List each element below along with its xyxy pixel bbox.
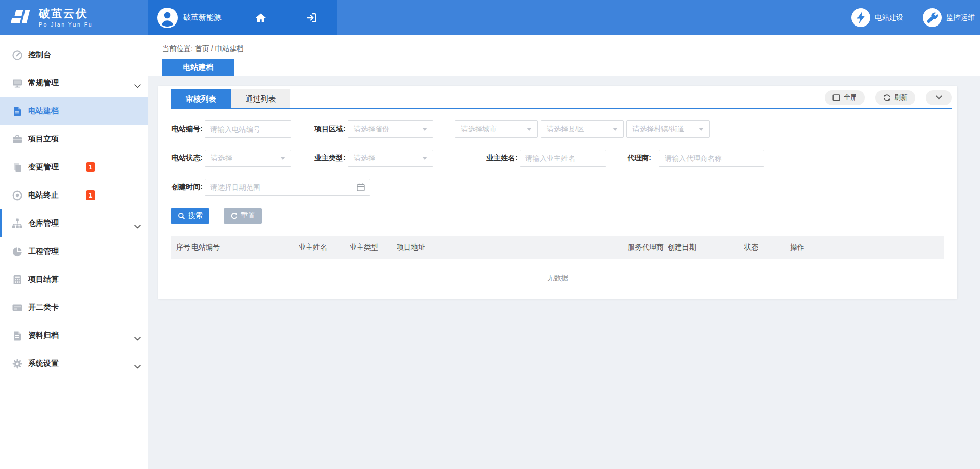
header-cell-seq: 序号 [176, 243, 191, 252]
city-select[interactable]: 请选择城市 [455, 120, 538, 138]
filter-form: 电站编号: 项目区域: 请选择省份请选择城市请选择县/区请选择村镇/街道 电站状… [158, 109, 957, 196]
fullscreen-button[interactable]: 全屏 [825, 90, 865, 105]
sidebar-item-warehouse-management[interactable]: 仓库管理 [0, 209, 148, 237]
sidebar: 控制台常规管理电站建档项目立项变更管理1电站终止1仓库管理工程管理项目结算开二类… [0, 35, 148, 469]
header-cell-owner-type: 业主类型 [350, 243, 397, 252]
sidebar-item-label: 系统设置 [28, 359, 59, 368]
pie-chart-icon [11, 245, 23, 258]
user-block: 破茧新能源 [148, 0, 337, 35]
main-content: 当前位置: 首页 / 电站建档 电站建档 审核列表 通过列表 全屏 [148, 35, 980, 469]
dashboard-icon [11, 49, 23, 61]
sidebar-item-open-type2-card[interactable]: 开二类卡 [0, 293, 148, 322]
station-filing-panel: 审核列表 通过列表 全屏 [158, 86, 957, 299]
province-select[interactable]: 请选择省份 [348, 120, 433, 138]
tabs-underline [171, 108, 952, 109]
station-no-input[interactable] [205, 120, 291, 138]
sidebar-item-station-filing[interactable]: 电站建档 [0, 97, 148, 125]
caret-down-icon [612, 128, 618, 131]
sidebar-item-label: 控制台 [28, 50, 51, 60]
page-tab-station-filing[interactable]: 电站建档 [162, 59, 234, 76]
district-select[interactable]: 请选择县/区 [541, 120, 624, 138]
archive-icon [11, 330, 23, 342]
sidebar-item-label: 电站建档 [28, 106, 59, 116]
station-build-nav[interactable]: 电站建设 [851, 8, 903, 27]
chevron-down-icon [134, 221, 141, 226]
sidebar-item-label: 开二类卡 [28, 303, 59, 312]
home-icon [255, 12, 267, 24]
target-icon [11, 189, 23, 202]
chevron-down-icon [936, 95, 942, 100]
header-cell-owner-name: 业主姓名 [299, 243, 350, 252]
reset-icon [230, 212, 238, 220]
create-time-label: 创建时间: [171, 183, 203, 192]
station-status-select[interactable]: 请选择 [205, 150, 291, 167]
header-cell-actions: 操作 [790, 243, 944, 252]
breadcrumb-path: 首页 / 电站建档 [195, 44, 244, 53]
result-table: 序号电站编号业主姓名业主类型项目地址服务代理商创建日期状态操作 无数据 [171, 236, 944, 298]
copy-icon [11, 161, 23, 174]
chevron-down-icon [134, 81, 141, 85]
header-cell-create-date: 创建日期 [668, 243, 744, 252]
caret-down-icon [422, 157, 427, 160]
sidebar-item-station-termination[interactable]: 电站终止1 [0, 181, 148, 209]
monitor-ops-nav[interactable]: 监控运维 [923, 8, 975, 27]
owner-type-label: 业主类型: [312, 154, 346, 163]
notification-badge: 1 [86, 162, 95, 172]
top-nav-label: 电站建设 [875, 13, 903, 22]
brand-title: 破茧云伏 [39, 8, 93, 19]
owner-type-select[interactable]: 请选择 [348, 150, 433, 167]
caret-down-icon [527, 128, 532, 131]
header-cell-service-agent: 服务代理商 [628, 243, 668, 252]
owner-name-label: 业主姓名: [484, 154, 518, 163]
create-time-input[interactable] [205, 179, 370, 196]
caret-down-icon [422, 128, 427, 131]
topbar-right-nav: 电站建设监控运维 [337, 0, 980, 35]
brand-logo-icon [9, 9, 33, 27]
station-status-label: 电站状态: [171, 154, 203, 163]
sidebar-item-change-management[interactable]: 变更管理1 [0, 153, 148, 181]
table-header: 序号电站编号业主姓名业主类型项目地址服务代理商创建日期状态操作 [171, 236, 944, 259]
breadcrumb-label: 当前位置: [162, 44, 193, 53]
search-button[interactable]: 搜索 [171, 208, 209, 224]
topbar: 破茧云伏 Po Jian Yun Fu 破茧新能源 电站建设监控运维 [0, 0, 980, 35]
user-avatar-icon[interactable] [157, 8, 178, 28]
filter-actions: 搜索 重置 [171, 208, 957, 224]
header-cell-project-address: 项目地址 [397, 243, 628, 252]
refresh-icon [883, 94, 891, 102]
chevron-down-icon [134, 362, 141, 366]
search-icon [178, 212, 185, 220]
panel-tabs-bar: 审核列表 通过列表 全屏 [158, 86, 957, 109]
breadcrumb: 当前位置: 首页 / 电站建档 [148, 35, 980, 54]
card-icon [11, 302, 23, 314]
notification-badge: 1 [86, 190, 95, 200]
town-select[interactable]: 请选择村镇/街道 [626, 120, 710, 138]
monitor-icon [11, 77, 23, 89]
refresh-button[interactable]: 刷新 [875, 90, 915, 105]
sidebar-item-label: 变更管理 [28, 162, 59, 172]
create-time-range-picker[interactable] [205, 179, 370, 196]
sidebar-item-console[interactable]: 控制台 [0, 41, 148, 69]
agent-input[interactable] [659, 150, 764, 167]
owner-name-input[interactable] [520, 150, 606, 167]
collapse-button[interactable] [926, 90, 952, 105]
logout-button[interactable] [286, 0, 337, 35]
region-label: 项目区域: [312, 125, 346, 134]
sidebar-item-label: 仓库管理 [28, 218, 59, 228]
reset-button[interactable]: 重置 [224, 208, 262, 224]
home-button[interactable] [235, 0, 286, 35]
sidebar-item-label: 项目结算 [28, 275, 59, 284]
tab-review-list[interactable]: 审核列表 [171, 89, 231, 109]
sidebar-item-general-management[interactable]: 常规管理 [0, 69, 148, 97]
sidebar-item-label: 工程管理 [28, 246, 59, 256]
sidebar-item-project-settlement[interactable]: 项目结算 [0, 265, 148, 293]
logout-icon [306, 12, 318, 24]
company-name: 破茧新能源 [183, 13, 222, 22]
briefcase-icon [11, 133, 23, 145]
sidebar-item-data-archive[interactable]: 资料归档 [0, 322, 148, 350]
tab-passed-list[interactable]: 通过列表 [231, 89, 290, 109]
document-icon [11, 105, 23, 117]
sidebar-item-system-settings[interactable]: 系统设置 [0, 350, 148, 378]
breadcrumb-strip: 当前位置: 首页 / 电站建档 电站建档 [148, 35, 980, 76]
sidebar-item-project-initiation[interactable]: 项目立项 [0, 125, 148, 153]
sidebar-item-engineering-management[interactable]: 工程管理 [0, 237, 148, 265]
